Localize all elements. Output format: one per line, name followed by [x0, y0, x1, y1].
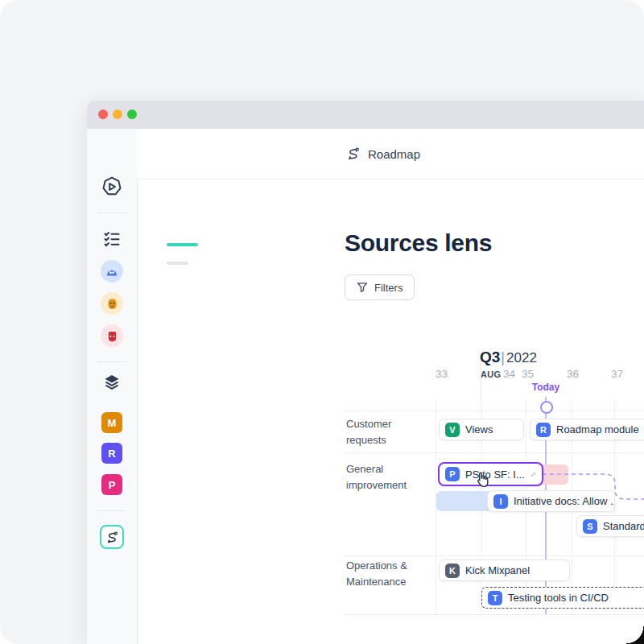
- card-label: Testing tools in CI/CD: [508, 592, 609, 604]
- funnel-icon: [357, 282, 368, 293]
- week-tick-36: 36: [567, 368, 579, 380]
- row-label-customer-requests: Customer requests: [346, 416, 423, 448]
- card-views[interactable]: V Views: [439, 419, 524, 440]
- window-titlebar: [87, 101, 644, 129]
- card-label: Roadmap module: [556, 423, 639, 436]
- today-marker-dot: [540, 401, 553, 414]
- card-kick-mixpanel[interactable]: K Kick Mixpanel: [439, 559, 570, 581]
- initiative-docs-lead-bar: [436, 491, 489, 511]
- card-label: Standard to: [603, 520, 644, 532]
- sidebar-divider: [97, 213, 126, 213]
- breadcrumb[interactable]: Roadmap: [346, 129, 420, 179]
- standard-badge: S: [583, 519, 597, 534]
- timeline-quarter: Q3 | 2022: [480, 349, 537, 366]
- sidebar-divider: [97, 510, 126, 511]
- week-tick-34: 34: [503, 368, 515, 380]
- sidebar-item-workspace-r[interactable]: R: [87, 443, 137, 464]
- row-separator: [345, 452, 644, 453]
- sources-icon: [100, 525, 124, 549]
- card-label: Kick Mixpanel: [465, 564, 530, 576]
- sidebar-item-workspace-m[interactable]: M: [87, 412, 137, 433]
- initiative-docs-badge: I: [493, 494, 508, 509]
- filters-label: Filters: [374, 282, 402, 294]
- row-separator: [345, 555, 644, 556]
- card-label: Initiative docs: Allow ...: [514, 495, 615, 507]
- card-standard[interactable]: S Standard to: [576, 515, 644, 537]
- row-separator: [345, 614, 644, 615]
- page-background: M R P: [0, 0, 644, 644]
- week-tick-33: 33: [436, 368, 448, 380]
- workspace-r-badge: R: [101, 443, 122, 464]
- play-hexagon-icon: [101, 175, 123, 198]
- sidebar-item-layers[interactable]: [87, 373, 137, 392]
- row-label-general-improvement: General improvement: [346, 461, 423, 493]
- testing-tools-badge: T: [488, 591, 502, 605]
- quarter-label: Q3: [480, 349, 500, 366]
- card-testing-tools[interactable]: T Testing tools in CI/CD: [481, 587, 644, 609]
- top-header: Roadmap: [137, 129, 644, 180]
- blue-helmet-avatar-icon: [101, 260, 123, 283]
- sidebar-item-avatar-orange[interactable]: [87, 292, 137, 315]
- link-icon[interactable]: [530, 468, 536, 481]
- page-title: Sources lens: [345, 229, 492, 257]
- year-label: 2022: [506, 350, 537, 366]
- sidebar-item-avatar-red[interactable]: [87, 324, 137, 347]
- workspace-m-badge: M: [101, 412, 122, 433]
- checklist-icon: [102, 229, 122, 249]
- sidebar-item-sources[interactable]: [87, 525, 137, 549]
- kick-mixpanel-badge: K: [445, 564, 460, 578]
- filters-button[interactable]: Filters: [345, 275, 415, 300]
- sources-lens-icon: [346, 147, 361, 161]
- close-window-button[interactable]: [98, 109, 108, 119]
- today-label: Today: [530, 382, 562, 393]
- sidebar-item-workspace-p[interactable]: P: [87, 474, 137, 495]
- active-lens-indicator[interactable]: [167, 243, 198, 246]
- zoom-window-button[interactable]: [127, 109, 137, 119]
- month-boundary-tick: [481, 364, 481, 400]
- screenshot-stage: M R P: [0, 0, 644, 644]
- workspace-p-badge: P: [101, 474, 122, 495]
- views-badge: V: [445, 423, 460, 437]
- sidebar-item-avatar-blue[interactable]: [87, 260, 137, 283]
- hand-cursor-icon: [472, 469, 493, 490]
- ps-to-sf-badge: P: [445, 467, 460, 481]
- week-tick-35: 35: [522, 368, 534, 380]
- minimize-window-button[interactable]: [113, 109, 122, 119]
- card-initiative-docs[interactable]: I Initiative docs: Allow ...: [487, 490, 615, 512]
- quarter-separator: |: [501, 349, 505, 366]
- row-separator: [345, 411, 644, 411]
- inactive-lens-indicator[interactable]: [167, 262, 188, 265]
- app-logo-icon[interactable]: [87, 175, 137, 198]
- month-label: AUG: [481, 369, 501, 379]
- week-tick-37: 37: [611, 368, 623, 380]
- row-label-operations-maintenance: Operations & Maintenance: [346, 558, 427, 590]
- app-window: M R P: [87, 101, 644, 644]
- image-corner-artifact: [626, 626, 644, 644]
- card-label: Views: [465, 423, 493, 436]
- icon-sidebar: M R P: [87, 129, 138, 644]
- sidebar-divider: [97, 361, 126, 362]
- red-mask-avatar-icon: [101, 324, 123, 347]
- orange-robot-avatar-icon: [101, 292, 123, 315]
- roadmap-module-badge: R: [536, 423, 551, 437]
- layers-icon: [102, 373, 122, 392]
- breadcrumb-label: Roadmap: [368, 147, 420, 161]
- card-roadmap-module[interactable]: R Roadmap module: [530, 419, 644, 440]
- sidebar-item-tasks[interactable]: [87, 229, 137, 249]
